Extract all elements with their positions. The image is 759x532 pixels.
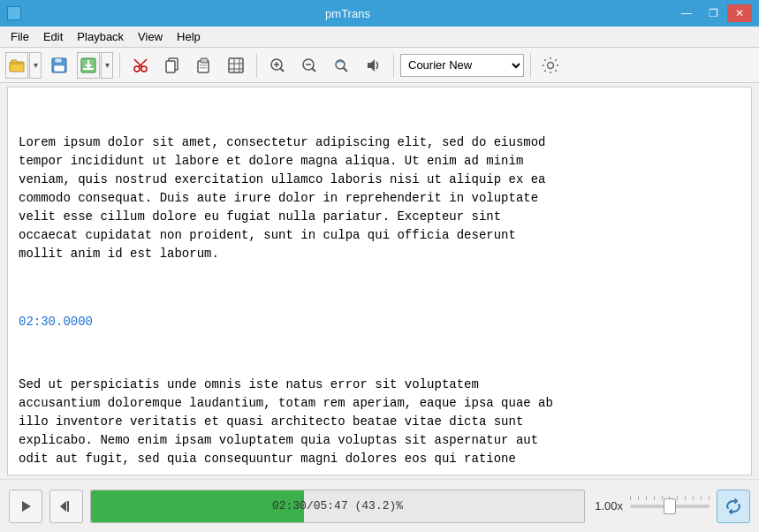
svg-rect-12 [201, 58, 208, 63]
svg-rect-15 [229, 58, 243, 72]
save-button[interactable] [45, 52, 73, 79]
progress-label: 02:30/05:47 (43.2)% [272, 499, 403, 513]
find-button[interactable] [327, 52, 355, 79]
menu-view[interactable]: View [131, 28, 170, 45]
menu-playback[interactable]: Playback [70, 28, 131, 45]
copy-button[interactable] [158, 52, 186, 79]
export-button[interactable] [77, 52, 100, 79]
svg-point-30 [548, 62, 554, 68]
app-icon [7, 6, 21, 20]
tick [662, 496, 663, 500]
zoom-out-button[interactable] [295, 52, 323, 79]
tick [630, 496, 631, 500]
tick [701, 496, 702, 500]
minimize-button[interactable]: — [674, 4, 699, 22]
play-button[interactable] [9, 490, 42, 523]
svg-rect-3 [54, 65, 65, 72]
paragraph-2[interactable]: Sed ut perspiciatis unde omnis iste natu… [19, 376, 740, 468]
toolbar-separator-4 [530, 53, 531, 78]
svg-rect-33 [67, 501, 69, 512]
menu-file[interactable]: File [4, 28, 36, 45]
window-controls: — ❐ ✕ [674, 4, 752, 22]
svg-line-23 [280, 68, 284, 72]
tick [654, 496, 655, 500]
tick [677, 496, 678, 500]
speed-slider-track [630, 505, 710, 508]
open-button-group: ▾ [5, 52, 42, 79]
rewind-button[interactable] [49, 490, 83, 523]
font-selector[interactable]: Courier New [400, 54, 524, 77]
bottom-bar: 02:30/05:47 (43.2)% 1.00x [0, 479, 759, 532]
grid-button[interactable] [222, 52, 250, 79]
svg-rect-14 [200, 67, 207, 69]
tick [685, 496, 686, 500]
progress-bar[interactable]: 02:30/05:47 (43.2)% [90, 490, 585, 523]
svg-rect-10 [166, 61, 175, 72]
paste-button[interactable] [190, 52, 218, 79]
svg-line-26 [312, 68, 315, 72]
zoom-in-button[interactable] [263, 52, 292, 79]
menu-help[interactable]: Help [170, 28, 208, 45]
speed-label: 1.00x [592, 499, 623, 513]
cut-button[interactable] [126, 52, 155, 79]
menu-bar: File Edit Playback View Help [0, 27, 759, 48]
tick [646, 496, 647, 500]
app-title: pmTrans [21, 7, 674, 20]
tick [709, 496, 710, 500]
paragraph-1[interactable]: Lorem ipsum dolor sit amet, consectetur … [19, 133, 740, 263]
menu-edit[interactable]: Edit [36, 28, 70, 45]
toolbar: ▾ ▾ Courier New [0, 48, 759, 83]
speed-slider-thumb[interactable] [664, 498, 676, 514]
open-dropdown-arrow[interactable]: ▾ [29, 52, 42, 79]
svg-rect-2 [55, 58, 62, 63]
close-button[interactable]: ✕ [727, 4, 752, 22]
svg-marker-29 [368, 59, 375, 72]
loop-button[interactable] [717, 490, 750, 523]
svg-rect-13 [200, 65, 207, 66]
toolbar-separator-1 [119, 53, 120, 78]
svg-line-28 [344, 67, 348, 72]
svg-marker-32 [60, 501, 66, 512]
toolbar-separator-2 [256, 53, 257, 78]
timestamp-marker[interactable]: 02:30.0000 [19, 313, 740, 331]
export-button-group: ▾ [77, 52, 113, 79]
export-dropdown-arrow[interactable]: ▾ [101, 52, 113, 79]
speed-slider-area [630, 505, 710, 508]
maximize-button[interactable]: ❐ [701, 4, 725, 22]
svg-marker-31 [22, 501, 31, 512]
title-bar: pmTrans — ❐ ✕ [0, 0, 759, 27]
toolbar-separator-3 [393, 53, 394, 78]
settings-button[interactable] [537, 52, 564, 79]
editor-content[interactable]: Lorem ipsum dolor sit amet, consectetur … [8, 87, 751, 475]
tick [638, 496, 639, 500]
tick [693, 496, 694, 500]
editor-area: Lorem ipsum dolor sit amet, consectetur … [7, 87, 752, 475]
open-button[interactable] [5, 52, 28, 79]
speaker-button[interactable] [359, 52, 387, 79]
